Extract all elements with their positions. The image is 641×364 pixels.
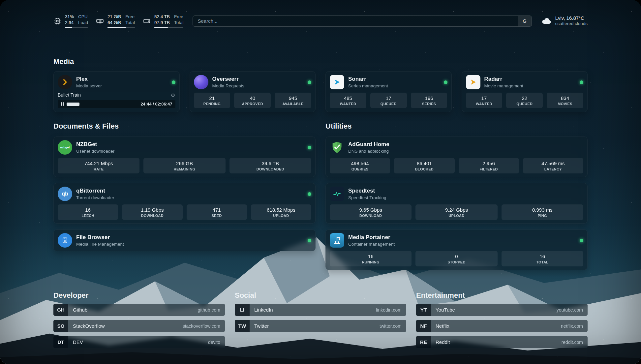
stat-total: 16 TOTAL: [502, 251, 583, 266]
bookmark-twitter[interactable]: TW Twitter twitter.com: [235, 320, 406, 332]
bookmark-name: StackOverflow: [73, 323, 105, 329]
status-dot: [580, 80, 583, 84]
bookmark-abbr: RE: [416, 336, 431, 348]
bookmark-url: youtube.com: [557, 307, 583, 313]
search-input[interactable]: [193, 16, 517, 26]
overseerr-card[interactable]: Overseerr Media Requests 21 PENDING 40 A…: [190, 71, 316, 112]
memory-icon: [96, 17, 104, 25]
sonarr-card[interactable]: Sonarr Series management 485 WANTED 17 Q…: [325, 71, 452, 112]
memory-free-label: Free: [125, 14, 135, 20]
status-dot: [172, 80, 175, 84]
stat-wanted: 485 WANTED: [330, 93, 366, 108]
bookmark-youtube[interactable]: YT YouTube youtube.com: [416, 304, 588, 316]
section-title-utilities: Utilities: [325, 122, 588, 131]
plex-icon: [58, 75, 72, 89]
stat-download: 9.65 Gbps DOWNLOAD: [330, 204, 412, 220]
stat-seed: 471 SEED: [187, 204, 247, 220]
utilities-column: Utilities AdGuard Home DNS and: [325, 122, 588, 270]
service-subtitle: Torrent downloader: [76, 195, 114, 200]
bookmark-abbr: SO: [53, 320, 68, 332]
search-provider-button[interactable]: G: [518, 16, 532, 26]
section-title-developer: Developer: [53, 291, 225, 300]
filebrowser-card[interactable]: File Browser Media File Management: [53, 229, 316, 251]
plex-card[interactable]: Plex Media server Bullet Train ⚙ 24:44 /…: [53, 71, 180, 112]
memory-free-value: 21 GiB: [107, 14, 121, 20]
middle-columns: Documents & Files nzbget NZBGet Usenet d…: [53, 122, 588, 270]
stat-upload: 618.52 Mbps UPLOAD: [251, 204, 311, 220]
radarr-card[interactable]: Radarr Movie management 17 WANTED 22 QUE…: [462, 71, 588, 112]
memory-total-value: 64 GiB: [107, 20, 121, 26]
radarr-icon: [466, 75, 480, 89]
disk-free-label: Free: [174, 14, 184, 20]
stat-running: 16 RUNNING: [330, 251, 412, 266]
nzbget-card[interactable]: nzbget NZBGet Usenet downloader 744.21 M…: [53, 136, 316, 177]
bookmark-name: YouTube: [436, 307, 455, 313]
bookmark-linkedin[interactable]: LI LinkedIn linkedin.com: [235, 304, 406, 316]
bookmark-dev[interactable]: DT DEV dev.to: [53, 336, 225, 348]
bookmark-reddit[interactable]: RE Reddit reddit.com: [416, 336, 588, 348]
status-dot: [308, 239, 311, 242]
cpu-label: CPU: [78, 14, 88, 20]
bookmark-netflix[interactable]: NF Netflix netflix.com: [416, 320, 588, 332]
bookmark-url: dev.to: [208, 340, 220, 345]
stat-available: 945 AVAILABLE: [275, 93, 311, 108]
bookmark-name: Reddit: [436, 339, 450, 345]
portainer-card[interactable]: Media Portainer Container management 16 …: [325, 229, 588, 270]
stat-download: 1.19 Gbps DOWNLOAD: [122, 204, 182, 220]
section-title-documents: Documents & Files: [53, 122, 316, 131]
media-card-grid: Plex Media server Bullet Train ⚙ 24:44 /…: [53, 71, 588, 112]
weather-widget: Lviv, 16.87°C scattered clouds: [541, 15, 588, 27]
memory-total-label: Total: [125, 20, 135, 26]
stat-approved: 40 APPROVED: [234, 93, 271, 108]
bookmark-name: DEV: [73, 339, 83, 345]
bookmark-abbr: DT: [53, 336, 68, 348]
status-dot: [308, 192, 311, 196]
service-name: Plex: [76, 76, 102, 82]
status-dot: [308, 80, 311, 84]
disk-free-value: 52.4 TB: [154, 14, 170, 20]
stat-rate: 744.21 Mbps RATE: [58, 158, 139, 173]
pause-icon[interactable]: [61, 102, 64, 106]
service-name: Overseerr: [212, 76, 245, 82]
stat-blocked: 86,401 BLOCKED: [394, 158, 454, 173]
service-subtitle: Usenet downloader: [76, 149, 114, 154]
playback-progress-bar[interactable]: 24:44 / 02:06:47: [58, 100, 175, 108]
bookmark-name: LinkedIn: [254, 307, 273, 313]
stat-latency: 47.569 ms LATENCY: [523, 158, 583, 173]
stat-queued: 22 QUEUED: [506, 93, 543, 108]
cloud-icon: [541, 16, 552, 26]
speedtest-icon: [330, 187, 344, 201]
adguard-card[interactable]: AdGuard Home DNS and adblocking 498,564 …: [325, 136, 588, 177]
cpu-percent: 31%: [65, 14, 74, 20]
memory-widget: 21 GiB 64 GiB Free Total: [96, 14, 135, 28]
gear-icon[interactable]: ⚙: [171, 93, 175, 98]
bookmark-url: linkedin.com: [376, 307, 402, 313]
bookmark-url: twitter.com: [380, 323, 402, 329]
status-dot: [444, 80, 447, 84]
stat-filtered: 2,956 FILTERED: [459, 158, 519, 173]
speedtest-card[interactable]: Speedtest Speedtest Tracking 9.65 Gbps D…: [325, 183, 588, 224]
stat-leech: 16 LEECH: [58, 204, 118, 220]
bookmark-name: Github: [73, 307, 87, 313]
sonarr-icon: [330, 75, 344, 89]
bookmark-abbr: LI: [235, 304, 250, 316]
bookmark-group-social: Social LI LinkedIn linkedin.com TW Twitt…: [235, 291, 406, 348]
weather-condition: scattered clouds: [555, 21, 588, 27]
bookmark-stackoverflow[interactable]: SO StackOverflow stackoverflow.com: [53, 320, 225, 332]
bookmark-url: github.com: [198, 307, 220, 313]
bookmark-url: netflix.com: [561, 323, 583, 329]
playback-time: 24:44 / 02:06:47: [140, 102, 172, 106]
resource-widgets: 31% 2.94 CPU Load: [53, 14, 183, 28]
stat-pending: 21 PENDING: [194, 93, 230, 108]
disk-usage-bar: [154, 27, 184, 28]
bookmark-name: Twitter: [254, 323, 269, 329]
dashboard-screen: 31% 2.94 CPU Load: [0, 0, 641, 364]
bookmark-github[interactable]: GH Github github.com: [53, 304, 225, 316]
qbittorrent-card[interactable]: qb qBittorrent Torrent downloader 16 LEE…: [53, 183, 316, 224]
bookmark-url: reddit.com: [562, 340, 583, 345]
dashboard-content: 31% 2.94 CPU Load: [0, 14, 641, 348]
cpu-usage-bar: [65, 27, 88, 28]
service-name: Sonarr: [348, 76, 388, 82]
service-subtitle: Movie management: [484, 83, 524, 88]
service-subtitle: Media File Management: [76, 242, 124, 247]
